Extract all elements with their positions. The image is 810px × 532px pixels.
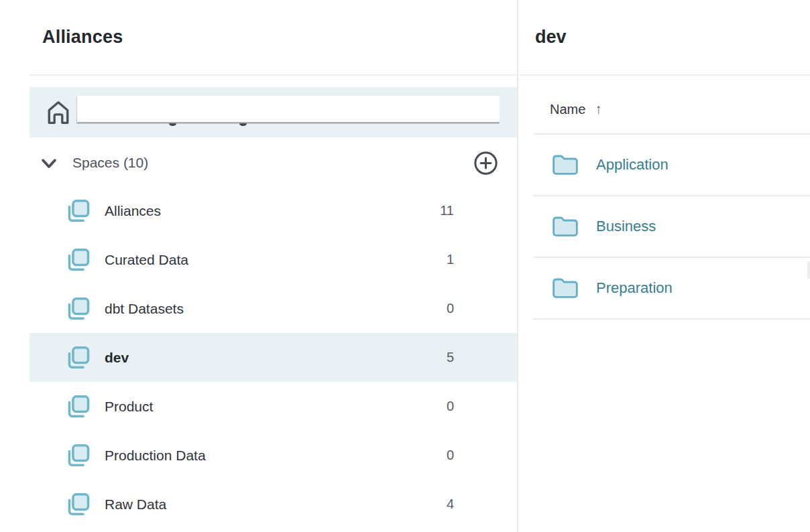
- plus-circle-icon[interactable]: [473, 151, 498, 176]
- folder-icon: [552, 215, 579, 238]
- sidebar-title-divider: [30, 74, 517, 76]
- sidebar-title: Alliances: [42, 27, 123, 48]
- space-count: 11: [440, 203, 454, 218]
- sidebar-item-home[interactable]: [30, 87, 517, 137]
- folder-row-business[interactable]: Business: [533, 196, 810, 258]
- sidebar-item-production-data[interactable]: Production Data 0: [30, 431, 517, 480]
- folder-link[interactable]: Preparation: [596, 279, 673, 297]
- space-name: dev: [105, 350, 129, 366]
- space-count: 0: [447, 399, 454, 414]
- space-icon: [64, 442, 93, 470]
- name-column-label: Name: [550, 102, 585, 117]
- folder-row-application[interactable]: Application: [533, 135, 810, 196]
- folder-row-preparation[interactable]: Preparation: [533, 258, 810, 320]
- sidebar-item-dbt-datasets[interactable]: dbt Datasets 0: [30, 284, 517, 333]
- sidebar-item-product[interactable]: Product 0: [30, 382, 517, 431]
- space-name: Curated Data: [105, 252, 188, 268]
- space-icon: [64, 295, 93, 323]
- folder-list: Application Business Preparation: [533, 135, 810, 320]
- sidebar-item-dev[interactable]: dev 5: [30, 333, 517, 382]
- sidebar-item-curated-data[interactable]: Curated Data 1: [30, 235, 517, 284]
- main-title-divider: [520, 74, 810, 76]
- space-count: 0: [447, 448, 454, 463]
- space-icon: [64, 490, 93, 519]
- sidebar: Alliances Spaces (10): [0, 0, 517, 532]
- space-count: 4: [447, 496, 454, 512]
- sidebar-item-alliances[interactable]: Alliances 11: [30, 186, 517, 235]
- spaces-section-label[interactable]: Spaces (10): [72, 155, 148, 171]
- sidebar-item-raw-data[interactable]: Raw Data 4: [30, 480, 517, 529]
- app-window: Alliances Spaces (10): [0, 0, 810, 532]
- folder-link[interactable]: Business: [596, 218, 656, 235]
- main-panel: dev Name ↑ Application: [518, 0, 810, 532]
- space-name: Alliances: [105, 203, 161, 219]
- space-count: 0: [447, 301, 454, 316]
- spaces-list: Alliances 11 Curated Data 1: [0, 186, 517, 529]
- space-icon: [64, 344, 93, 372]
- space-name: Production Data: [105, 448, 206, 464]
- folder-link[interactable]: Application: [596, 156, 669, 174]
- space-icon: [64, 246, 93, 274]
- sort-ascending-icon: ↑: [595, 101, 602, 117]
- space-count: 5: [447, 350, 454, 365]
- space-icon: [64, 393, 93, 421]
- space-name: dbt Datasets: [105, 301, 184, 317]
- space-count: 1: [447, 252, 454, 267]
- folder-icon: [552, 153, 579, 176]
- space-name: Raw Data: [105, 496, 166, 513]
- redaction-overlay: [77, 96, 500, 123]
- chevron-down-icon[interactable]: [40, 155, 58, 172]
- folder-icon: [552, 277, 579, 300]
- name-column-header[interactable]: Name ↑: [550, 96, 602, 123]
- space-icon: [64, 197, 93, 225]
- space-name: Product: [105, 399, 153, 415]
- scrollbar-fragment[interactable]: [807, 261, 810, 279]
- spaces-section-header: Spaces (10): [30, 149, 517, 178]
- home-icon: [44, 98, 72, 127]
- page-title: dev: [535, 27, 567, 48]
